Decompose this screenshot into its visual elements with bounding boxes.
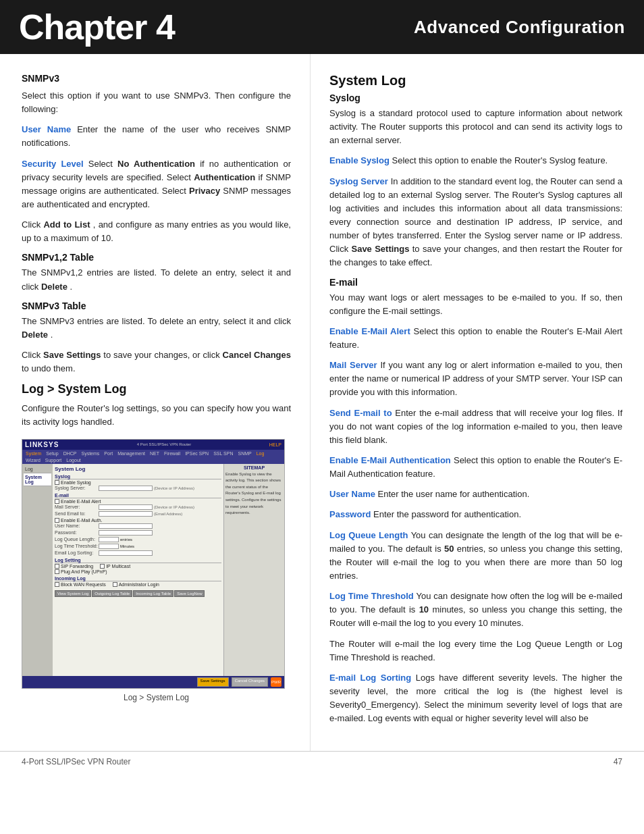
log-queue-row: Log Queue Length: entries: [55, 537, 221, 542]
snmpv3table-heading: SNMPv3 Table: [22, 301, 291, 311]
mail-server-row: Mail Server: (Device or IP Address): [55, 504, 221, 510]
nav-snmp[interactable]: SNMP: [236, 450, 253, 457]
log-time-unit: Minutes: [120, 544, 134, 548]
nav-log[interactable]: Log: [254, 450, 267, 457]
nav-systems[interactable]: Systems: [79, 450, 101, 457]
router-main-panel: System Log Syslog Enable Syslog Syslog S…: [53, 464, 223, 676]
save-log-btn[interactable]: Save LogNow: [174, 590, 205, 597]
user-name-right-term: User Name: [329, 489, 375, 499]
router-header: LINKSYS 4 Port SSL/IPSec VPN Router HELP: [22, 440, 284, 450]
snmpv3-intro: Select this option if you want to use SN…: [22, 89, 291, 116]
log-time-input[interactable]: [99, 544, 119, 549]
save-settings-rest: to save your changes, or click: [103, 350, 222, 360]
log-queue-default: 50: [444, 544, 454, 554]
snmpv12-end: .: [70, 282, 73, 292]
block-wan-label: Block WAN Requests: [61, 582, 106, 587]
user-name-para: User Name Enter the name of the user who…: [22, 123, 291, 150]
router-ui: LINKSYS 4 Port SSL/IPSec VPN Router HELP…: [22, 440, 284, 688]
email-log-sort-row: Email Log Sorting:: [55, 550, 221, 556]
cancel-changes-rest: to undo them.: [22, 363, 76, 373]
router-incoming-log-section: Incoming Log: [55, 576, 221, 581]
enable-syslog-term: Enable Syslog: [329, 155, 390, 165]
syslog-server-input[interactable]: [99, 486, 153, 491]
sidebar-log[interactable]: Log: [24, 465, 51, 473]
security-level-select: Select: [88, 159, 117, 169]
router-email-section: E-mail: [55, 493, 221, 498]
password-input[interactable]: [99, 530, 153, 536]
nav-net[interactable]: NET: [148, 450, 161, 457]
enable-email-auth-right-term: Enable E-Mail Authentication: [329, 455, 451, 465]
nav-logout[interactable]: Logout: [64, 457, 82, 463]
send-email-input[interactable]: [99, 511, 153, 517]
chapter-title: Chapter 4: [19, 7, 175, 47]
log-time-row: Log Time Threshold: Minutes: [55, 544, 221, 549]
username-input[interactable]: [99, 523, 153, 529]
view-system-log-btn[interactable]: View System Log: [55, 590, 91, 597]
sidebar-system-log[interactable]: System Log: [24, 473, 51, 486]
mail-server-input[interactable]: [99, 504, 153, 510]
enable-email-alert-checkbox[interactable]: [55, 499, 59, 504]
pwr-icon: PWR: [271, 677, 281, 687]
email-log-sort-para: E-mail Log Sorting Logs have different s…: [329, 671, 622, 726]
log-time-label: Log Time Threshold:: [55, 544, 99, 548]
syslog-ip-label: (Device or IP Address): [154, 486, 194, 490]
username-row: User Name:: [55, 523, 221, 529]
syslog-subheading: Syslog: [329, 93, 622, 103]
log-queue-input[interactable]: [99, 537, 119, 542]
email-log-sort-input[interactable]: [99, 550, 153, 556]
log-queue-para: Log Queue Length You can designate the l…: [329, 529, 622, 583]
nav-dhcp[interactable]: DHCP: [61, 450, 79, 457]
nav-wizard[interactable]: Wizard: [24, 457, 43, 463]
router-bottom-bar: Save Settings Cancel Changes PWR: [22, 676, 284, 688]
save-settings-btn[interactable]: Save Settings: [197, 677, 229, 687]
plug-play-label: Plug And Play (UPnP): [61, 569, 107, 574]
email-log-sort-right-term: E-mail Log Sorting: [329, 673, 411, 683]
add-to-list-click: Click: [22, 219, 43, 230]
plug-play-checkbox[interactable]: [55, 569, 59, 574]
nav-management[interactable]: Management: [115, 450, 147, 457]
ip-multicast-checkbox[interactable]: [100, 564, 105, 569]
block-wan-checkbox[interactable]: [55, 582, 59, 587]
enable-email-auth-row: Enable E-Mail Auth.: [55, 518, 221, 523]
router-nav: System Setup DHCP Systems Port Managemen…: [22, 450, 284, 464]
save-settings-para: Click Save Settings to save your changes…: [22, 348, 291, 375]
enable-email-auth-para: Enable E-Mail Authentication Select this…: [329, 454, 622, 481]
cancel-changes-btn[interactable]: Cancel Changes: [232, 677, 268, 687]
footer-product-name: 4-Port SSL/IPSec VPN Router: [22, 757, 130, 766]
syslog-server-para: Syslog Server In addition to the standar…: [329, 175, 622, 270]
log-time-para: Log Time Threshold You can designate how…: [329, 590, 622, 630]
username-label: User Name:: [55, 523, 99, 528]
enable-email-alert-row: Enable E-Mail Alert: [55, 499, 221, 504]
syslog-intro: Syslog is a standard protocol used to ca…: [329, 107, 622, 147]
enable-syslog-checkbox[interactable]: [55, 480, 59, 485]
sitemap-content: Enable Syslog to view the activity log. …: [225, 471, 283, 517]
nav-setup[interactable]: Setup: [44, 450, 60, 457]
log-queue-right-term: Log Queue Length: [329, 530, 408, 540]
nav-port[interactable]: Port: [102, 450, 115, 457]
syslog-save-settings: Save Settings: [351, 244, 409, 254]
enable-syslog-label: Enable Syslog: [61, 480, 91, 485]
nav-support[interactable]: Support: [43, 457, 64, 463]
router-sidebar: Log System Log: [22, 464, 53, 676]
send-email-para: Send E-mail to Enter the e-mail address …: [329, 407, 622, 447]
router-syslog-section: Syslog: [55, 474, 221, 479]
syslog-server-term: Syslog Server: [329, 176, 388, 186]
syslog-server-label: Syslog Server:: [55, 486, 99, 490]
enable-email-auth-checkbox[interactable]: [55, 518, 59, 523]
sitemap-label: SITEMAP: [225, 465, 283, 470]
nav-firewall[interactable]: Firewall: [162, 450, 182, 457]
syslog-server-text-content: In addition to the standard event log, t…: [329, 176, 622, 255]
mail-server-ip-note: (Device or IP Address): [154, 505, 194, 509]
incoming-log-btn[interactable]: Incoming Log Table: [133, 590, 173, 597]
user-name-right-text-content: Enter the user name for authentication.: [378, 489, 530, 499]
nav-ipsec[interactable]: IPSec SPN: [183, 450, 211, 457]
admin-login-label: Administrator Login: [119, 582, 159, 587]
nav-system[interactable]: System: [24, 450, 43, 457]
snmpv12-heading: SNMPv1,2 Table: [22, 252, 291, 263]
admin-login-checkbox[interactable]: [113, 582, 117, 587]
outgoing-log-btn[interactable]: Outgoing Log Table: [92, 590, 132, 597]
advanced-config-title: Advanced Configuration: [414, 17, 625, 38]
block-wan-row: Block WAN Requests Administrator Login: [55, 582, 221, 587]
sip-fwd-checkbox[interactable]: [55, 564, 59, 569]
nav-ssl[interactable]: SSL SPN: [211, 450, 235, 457]
